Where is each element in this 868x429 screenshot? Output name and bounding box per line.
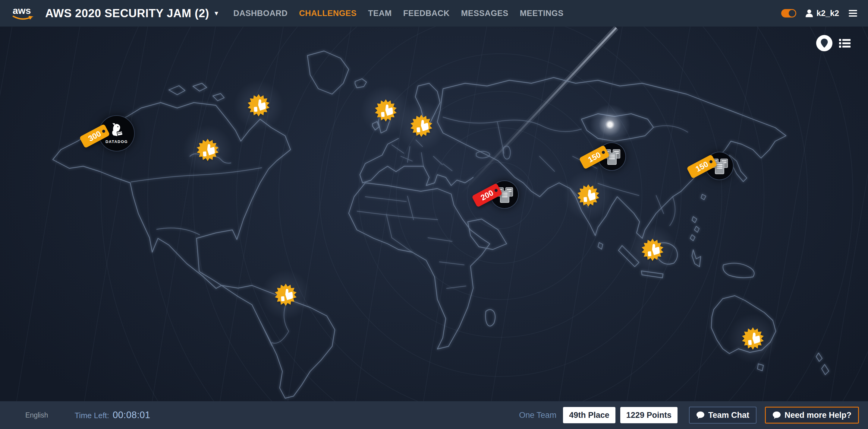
- event-title[interactable]: AWS 2020 SECURITY JAM (2) ▼: [45, 7, 219, 20]
- team-chat-label: Team Chat: [708, 410, 749, 420]
- team-name: One Team: [519, 410, 556, 420]
- completed-challenge-marker[interactable]: [195, 138, 220, 162]
- list-icon: [839, 38, 850, 48]
- thumbs-up-badge-icon: [641, 238, 664, 262]
- light-beam: [461, 28, 616, 194]
- main-nav: DASHBOARDCHALLENGESTEAMFEEDBACKMESSAGESM…: [233, 9, 564, 18]
- list-view-button[interactable]: [839, 38, 850, 48]
- place-badge: 49th Place: [563, 407, 615, 423]
- world-map[interactable]: DATADOG 300: [0, 27, 868, 401]
- hamburger-menu-icon[interactable]: [847, 9, 858, 18]
- nav-item-team[interactable]: TEAM: [368, 9, 392, 18]
- thumbs-up-badge-icon: [741, 326, 765, 350]
- thumbs-up-badge-icon: [409, 114, 433, 138]
- nav-item-feedback[interactable]: FEEDBACK: [403, 9, 450, 18]
- chat-bubble-icon: [696, 411, 705, 419]
- nav-item-challenges[interactable]: CHALLENGES: [299, 9, 356, 18]
- challenge-marker[interactable]: 150: [598, 142, 625, 170]
- team-chat-button[interactable]: Team Chat: [689, 407, 756, 424]
- challenge-marker[interactable]: 200: [490, 180, 518, 207]
- theme-toggle[interactable]: [781, 9, 796, 18]
- user-icon: [805, 9, 814, 18]
- need-help-button[interactable]: Need more Help?: [765, 407, 859, 424]
- time-left-value: 00:08:01: [113, 410, 150, 421]
- datadog-logo-icon: [108, 123, 125, 139]
- completed-challenge-marker[interactable]: [374, 98, 398, 122]
- need-help-label: Need more Help?: [784, 410, 851, 420]
- time-left: Time Left: 00:08:01: [74, 410, 150, 421]
- completed-challenge-marker[interactable]: [274, 283, 298, 307]
- event-title-text: AWS 2020 SECURITY JAM (2): [45, 7, 209, 20]
- sponsor-challenge-marker-datadog[interactable]: DATADOG 300: [98, 115, 133, 150]
- challenge-marker[interactable]: 150: [705, 152, 733, 179]
- nav-item-messages[interactable]: MESSAGES: [461, 9, 508, 18]
- thumbs-up-badge-icon: [374, 98, 398, 122]
- aws-jam-screen: aws AWS 2020 SECURITY JAM (2) ▼ DASHBOAR…: [0, 0, 868, 429]
- country-outlines: [53, 51, 829, 398]
- thumbs-up-badge-icon: [576, 183, 600, 207]
- sponsor-label: DATADOG: [105, 139, 128, 144]
- aws-logo-icon[interactable]: aws: [10, 5, 36, 22]
- footer-right: One Team 49th Place 1229 Points Team Cha…: [519, 407, 859, 424]
- points-badge: 1229 Points: [620, 407, 678, 423]
- thumbs-up-badge-icon: [274, 283, 298, 307]
- map-view-button[interactable]: [816, 35, 832, 51]
- chevron-down-icon: ▼: [213, 10, 219, 17]
- svg-text:aws: aws: [13, 5, 31, 16]
- username-label: k2_k2: [816, 9, 839, 18]
- nav-item-dashboard[interactable]: DASHBOARD: [233, 9, 287, 18]
- toggle-knob: [789, 10, 795, 17]
- help-bubble-icon: [772, 411, 781, 419]
- completed-challenge-marker[interactable]: [741, 326, 765, 350]
- header-right-controls: k2_k2: [781, 9, 858, 18]
- completed-challenge-marker[interactable]: [576, 183, 600, 207]
- thumbs-up-badge-icon: [195, 138, 220, 162]
- language-selector[interactable]: English: [25, 411, 48, 419]
- map-pin-icon: [820, 38, 828, 48]
- bottom-statusbar: English Time Left: 00:08:01 One Team 49t…: [0, 401, 868, 429]
- completed-challenge-marker[interactable]: [641, 238, 664, 262]
- user-menu[interactable]: k2_k2: [805, 9, 839, 18]
- time-left-label: Time Left:: [74, 411, 109, 420]
- nav-item-meetings[interactable]: MEETINGS: [520, 9, 564, 18]
- top-navbar: aws AWS 2020 SECURITY JAM (2) ▼ DASHBOAR…: [0, 0, 868, 27]
- completed-challenge-marker[interactable]: [409, 114, 433, 138]
- world-map-canvas: [0, 27, 868, 401]
- thumbs-up-badge-icon: [247, 93, 271, 117]
- completed-challenge-marker[interactable]: [247, 93, 271, 117]
